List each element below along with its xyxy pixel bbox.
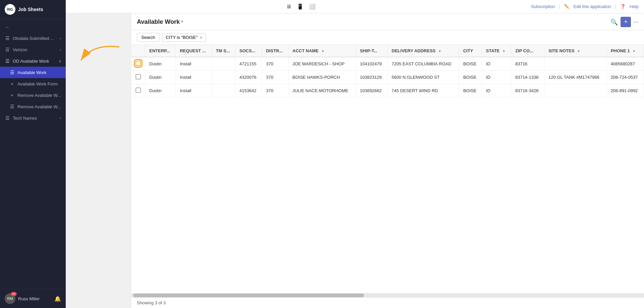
th-site-notes[interactable]: SITE NOTES ▼ xyxy=(544,45,606,57)
cell-enterp: Dustin xyxy=(145,71,176,84)
cell-site_notes xyxy=(544,84,606,98)
more-options-button[interactable]: ··· xyxy=(634,18,639,25)
cell-zip_co: 83714-1338 xyxy=(511,71,544,84)
scrollbar-thumb[interactable] xyxy=(133,294,364,297)
chevron-right-icon: › xyxy=(60,116,61,120)
user-profile[interactable]: RM 55 Russ Miller xyxy=(5,293,40,304)
search-icon-button[interactable]: 🔍 xyxy=(610,18,618,26)
app-logo: RIG xyxy=(5,4,15,15)
sidebar-item-otodata[interactable]: ☰ Otodata Submitted ... › xyxy=(0,33,66,44)
cell-phone1: 4085680287 xyxy=(606,57,644,71)
subscription-link[interactable]: Subscription xyxy=(531,4,555,9)
cell-request: Install xyxy=(176,71,212,84)
row-checkbox[interactable] xyxy=(136,74,141,79)
record-count: Showing 3 of 3 xyxy=(137,300,166,305)
search-button[interactable]: Search xyxy=(137,33,159,42)
bell-icon[interactable]: 🔔 xyxy=(54,296,61,302)
list-icon: ☰ xyxy=(5,47,10,52)
filter-chip-text: CITY is "BOISE" xyxy=(166,35,198,40)
th-ship-t[interactable]: SHIP-T... xyxy=(356,45,387,57)
th-distr[interactable]: DISTR... xyxy=(262,45,288,57)
cell-distr: 370 xyxy=(262,57,288,71)
username: Russ Miller xyxy=(18,296,40,301)
filter-chip-remove-button[interactable]: × xyxy=(200,35,202,40)
sidebar-app-title: Job Sheets xyxy=(18,7,43,12)
th-zip-co[interactable]: ZIP CO... xyxy=(511,45,544,57)
sidebar-footer: RM 55 Russ Miller 🔔 xyxy=(0,289,66,308)
cell-socs: 4153642 xyxy=(235,84,262,98)
th-socs[interactable]: SOCS... xyxy=(235,45,262,57)
cell-acct_name: JULIE NACE-MOTORHOME xyxy=(288,84,356,98)
back-icon: ← xyxy=(5,24,10,30)
page-header: Available Work * 🔍 + ··· xyxy=(131,13,644,30)
sidebar-item-remove-available-w2[interactable]: ☰ Remove Available W... xyxy=(0,101,66,112)
topbar-center: 🖥 📱 ⬜ xyxy=(286,3,316,10)
tablet-icon[interactable]: 📱 xyxy=(297,3,304,10)
sidebar-item-available-work-form[interactable]: + Available Work Form xyxy=(0,78,66,89)
table-row: DustinInstall4153642370JULIE NACE-MOTORH… xyxy=(131,84,644,98)
th-checkbox xyxy=(131,45,145,57)
sidebar-item-label: Remove Available W... xyxy=(17,93,61,98)
cell-tm_s xyxy=(212,71,235,84)
sidebar-item-tech-names[interactable]: ☰ Tech Names › xyxy=(0,112,66,124)
th-city[interactable]: CITY xyxy=(459,45,482,57)
cell-ship_t: 103823129 xyxy=(356,71,387,84)
table-header-row: ENTERP... REQUEST ... TM S... SOCS... DI… xyxy=(131,45,644,57)
cell-distr: 370 xyxy=(262,84,288,98)
cell-site_notes xyxy=(544,57,606,71)
cell-ship_t: 103692662 xyxy=(356,84,387,98)
sidebar-nav: ← ☰ Otodata Submitted ... › ☰ Verizon › … xyxy=(0,19,66,289)
help-link[interactable]: Help xyxy=(630,4,639,9)
topbar-right: Subscription | ✏️ Edit this application … xyxy=(531,4,639,9)
sidebar: RIG Job Sheets ← ☰ Otodata Submitted ...… xyxy=(0,0,66,308)
sidebar-item-available-work[interactable]: ☰ Available Work xyxy=(0,67,66,78)
sidebar-item-verizon[interactable]: ☰ Verizon › xyxy=(0,44,66,55)
cell-city: BOISE xyxy=(459,57,482,71)
page-title: Available Work * xyxy=(137,18,183,25)
row-checkbox[interactable] xyxy=(136,61,141,66)
chevron-right-icon: › xyxy=(60,37,61,40)
topbar: 🖥 📱 ⬜ Subscription | ✏️ Edit this applic… xyxy=(66,0,644,13)
sidebar-item-remove-available-w1[interactable]: + Remove Available W... xyxy=(0,89,66,101)
sidebar-item-label: OD Available Work xyxy=(13,59,49,64)
table-row: DustinInstall4721155370JOE MARDESICH - S… xyxy=(131,57,644,71)
chevron-down-icon: ∨ xyxy=(59,59,61,63)
notification-badge: 55 xyxy=(11,292,17,296)
cell-state: ID xyxy=(482,57,511,71)
required-indicator: * xyxy=(180,19,183,25)
cell-socs: 4721155 xyxy=(235,57,262,71)
list-icon: ☰ xyxy=(5,115,10,121)
cell-enterp: Dustin xyxy=(145,57,176,71)
th-delivery-address[interactable]: DELIVERY ADDRESS ▼ xyxy=(387,45,459,57)
cell-city: BOISE xyxy=(459,71,482,84)
cell-acct_name: JOE MARDESICH - SHOP xyxy=(288,57,356,71)
sidebar-item-label: Tech Names xyxy=(13,116,37,121)
desktop-icon[interactable]: 🖥 xyxy=(286,4,291,10)
th-phone1[interactable]: PHONE 1 ▼ xyxy=(606,45,644,57)
th-enterp[interactable]: ENTERP... xyxy=(145,45,176,57)
list-icon: ☰ xyxy=(5,36,10,41)
filter-chip-city: CITY is "BOISE" × xyxy=(162,33,206,42)
th-state[interactable]: STATE ▼ xyxy=(482,45,511,57)
cell-city: BOISE xyxy=(459,84,482,98)
cell-zip_co: 83716-3428 xyxy=(511,84,544,98)
chevron-right-icon: › xyxy=(60,48,61,52)
sidebar-back-button[interactable]: ← xyxy=(0,22,66,33)
mobile-icon[interactable]: ⬜ xyxy=(309,3,316,10)
avatar: RM 55 xyxy=(5,293,15,304)
sidebar-item-od-available-work[interactable]: ☰ OD Available Work ∨ xyxy=(0,55,66,67)
edit-application-link[interactable]: Edit this application xyxy=(574,4,611,9)
filter-bar: Search CITY is "BOISE" × xyxy=(131,30,644,45)
th-request[interactable]: REQUEST ... xyxy=(176,45,212,57)
data-table: ENTERP... REQUEST ... TM S... SOCS... DI… xyxy=(131,45,644,98)
th-tm-s[interactable]: TM S... xyxy=(212,45,235,57)
row-checkbox[interactable] xyxy=(136,87,141,93)
list-icon: ☰ xyxy=(5,58,10,64)
horizontal-scrollbar[interactable] xyxy=(131,293,644,297)
cell-request: Install xyxy=(176,84,212,98)
sidebar-item-label: Remove Available W... xyxy=(17,104,61,109)
add-icon: + xyxy=(9,93,15,98)
add-record-button[interactable]: + xyxy=(621,17,631,27)
th-acct-name[interactable]: ACCT NAME ▼ xyxy=(288,45,356,57)
sidebar-item-label: Available Work Form xyxy=(17,81,58,86)
